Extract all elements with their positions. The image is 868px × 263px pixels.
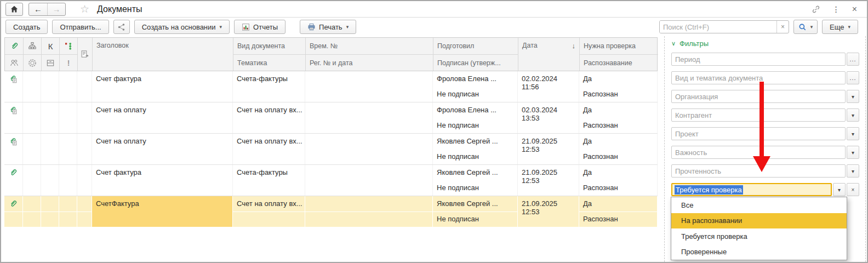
ellipsis-button[interactable]: ... [847, 71, 859, 84]
clear-filter-button[interactable]: × [847, 183, 859, 196]
back-button[interactable]: ← [29, 3, 47, 15]
doc-type-input[interactable]: Вид и тематика документа [671, 71, 846, 84]
chevron-down-icon: ▾ [848, 24, 850, 30]
create-button[interactable]: Создать [5, 20, 48, 34]
cell [59, 134, 77, 164]
table-row[interactable]: Счет на оплату Счет на оплату вх... Яков… [4, 134, 658, 165]
signed-status: Не подписан [437, 215, 479, 223]
prepared-cell: Яковлев Сергей ...Не подписан [433, 134, 518, 164]
counterparty-input[interactable]: Контрагент [671, 108, 846, 122]
period-input[interactable]: Период [671, 53, 846, 66]
check-required-input[interactable]: Требуется проверка [671, 183, 832, 196]
send-button[interactable]: Отправить... [52, 20, 108, 34]
paperclip-doc-icon [9, 137, 18, 164]
date-cell: 02.03.202413:53 [518, 102, 579, 133]
doc-time: 11:56 [522, 83, 575, 91]
red-arrow-head [753, 156, 770, 172]
dropdown-option[interactable]: Требуется проверка [671, 228, 847, 244]
link-icon[interactable] [812, 5, 820, 14]
title-cell-active[interactable]: СчетФактура [92, 196, 233, 227]
doc-date: 21.09.2025 [522, 199, 575, 208]
project-input[interactable]: Проект [671, 127, 846, 140]
search-clear-icon[interactable]: × [776, 21, 789, 33]
temp-no-cell [305, 102, 433, 133]
doc-type-cell: Счет на оплату вх... [233, 102, 305, 133]
dropdown-option[interactable]: Проверенные [671, 244, 847, 260]
home-button[interactable] [5, 3, 23, 16]
column-status[interactable]: ! [60, 38, 78, 71]
print-label: Печать [319, 23, 342, 31]
dropdown-option[interactable]: На распознавании [671, 213, 847, 229]
column-temp-no[interactable]: Врем. № Рег. № и дата [306, 38, 433, 71]
prepared-cell: Яковлев Сергей ...Не подписан [433, 196, 518, 227]
temp-no-cell [305, 196, 433, 227]
filters-header[interactable]: ∨ Фильтры [671, 39, 859, 48]
prepared-cell: Фролова Елена ...Не подписан [433, 71, 518, 102]
doc-type: Счета-фактуры [237, 75, 301, 83]
doc-title: Счет фактура [96, 75, 229, 83]
print-button[interactable]: Печать▾ [300, 20, 356, 34]
dropdown-button[interactable]: ▾ [833, 183, 846, 196]
doc-forward-icon [81, 50, 89, 59]
column-doc-type[interactable]: Вид документа Тематика [233, 38, 306, 71]
header-recognition-label: Распознавание [584, 59, 632, 67]
doc-date: 21.09.2025 [522, 168, 575, 176]
doc-time: 12:53 [522, 145, 575, 153]
cell [59, 71, 77, 102]
column-title[interactable]: Заголовок [93, 38, 233, 71]
cell [41, 165, 59, 196]
paperclip-doc-icon [9, 75, 18, 102]
dropdown-button[interactable]: ▾ [847, 127, 859, 140]
dropdown-button[interactable]: ▾ [847, 108, 859, 122]
people-icon [10, 59, 19, 67]
column-k[interactable]: К [42, 38, 60, 71]
column-prepared[interactable]: Подготовил Подписан (утверж... [433, 38, 518, 71]
search-input[interactable] [660, 21, 776, 33]
doc-title: СчетФактура [96, 199, 229, 208]
cell [23, 165, 41, 196]
table-row[interactable]: Счет фактура Счета-фактуры Яковлев Серге… [4, 165, 658, 196]
dropdown-button[interactable]: ▾ [847, 164, 859, 178]
recognition-status: Распознан [583, 184, 618, 192]
dropdown-button[interactable]: ▾ [847, 90, 859, 103]
organization-input[interactable]: Организация [671, 90, 846, 103]
column-attachment[interactable] [5, 38, 24, 71]
temp-no-cell [305, 71, 433, 102]
column-date[interactable]: Дата↓ [518, 38, 580, 71]
close-icon[interactable]: × [852, 4, 857, 14]
doc-type-cell: Счет на оплату вх... [233, 196, 305, 227]
more-button[interactable]: Еще▾ [822, 20, 858, 34]
search-button[interactable]: ▾ [793, 20, 818, 34]
cell [41, 71, 59, 102]
filter-field-check-required: Требуется проверка ▾ × [671, 183, 859, 196]
recognition-status: Распознан [583, 121, 618, 129]
dropdown-button[interactable]: ▾ [847, 146, 859, 159]
ellipsis-button[interactable]: ... [847, 53, 859, 66]
column-needs-check[interactable]: Нужна проверка Распознавание [580, 38, 658, 71]
attachment-cell [4, 71, 23, 102]
table-row[interactable]: Счет на оплату Счет на оплату вх... Фрол… [4, 102, 658, 134]
doc-type-cell: Счета-фактуры [233, 165, 305, 196]
prepared-cell: Фролова Елена ...Не подписан [433, 102, 518, 133]
more-menu-icon[interactable]: ⋮ [832, 5, 840, 14]
dropdown-option[interactable]: Все [671, 197, 847, 213]
column-hierarchy[interactable] [24, 38, 42, 71]
header-temp-no-label: Врем. № [310, 42, 338, 50]
chain-icon [812, 5, 820, 14]
doc-type: Счет на оплату вх... [237, 137, 301, 145]
nav-buttons: ← → [28, 3, 66, 16]
table-row[interactable]: Счет фактура Счета-фактуры Фролова Елена… [4, 71, 658, 102]
share-button[interactable] [113, 20, 130, 34]
cell [23, 134, 41, 164]
column-forward[interactable] [78, 38, 93, 71]
filter-dropdown-list: Все На распознавании Требуется проверка … [671, 197, 847, 260]
forward-button[interactable]: → [47, 3, 65, 15]
doc-title: Счет на оплату [96, 137, 229, 145]
titlebar-actions: ⋮ × [812, 4, 857, 14]
header-reg-no-label: Рег. № и дата [310, 59, 353, 67]
table-row[interactable]: СчетФактура Счет на оплату вх... Яковлев… [4, 196, 658, 227]
create-based-on-button[interactable]: Создать на основании▾ [134, 20, 230, 34]
doc-time: 12:53 [522, 176, 575, 185]
favorite-star-icon[interactable]: ☆ [80, 4, 89, 14]
reports-button[interactable]: Отчеты [234, 20, 285, 34]
